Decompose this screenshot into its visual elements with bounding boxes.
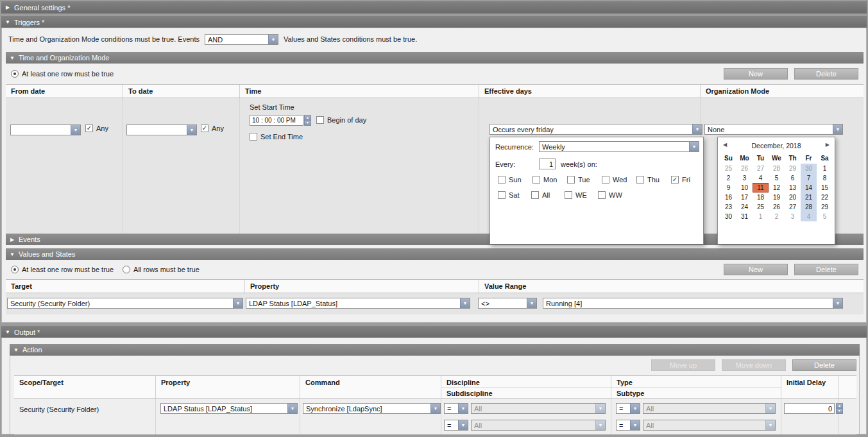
chevron-down-icon[interactable]: ▼ [10,347,22,353]
chevron-down-icon[interactable]: ▼ [765,420,775,430]
calendar-day[interactable]: 16 [720,193,736,202]
subsection-header-values-states[interactable]: ▼ Values and States [6,248,864,260]
calendar-day[interactable]: 7 [801,173,817,183]
checkbox-icon[interactable] [565,191,572,199]
action-command-dropdown[interactable]: Synchronize [LdapSync] ▼ [303,403,441,414]
calendar-day[interactable]: 30 [720,212,736,221]
chevron-down-icon[interactable]: ▼ [1,329,14,335]
checkbox-icon[interactable] [636,176,644,184]
radio-icon[interactable] [123,266,130,273]
spinner-up-icon[interactable]: ▲ [305,116,311,120]
subdiscipline-dropdown[interactable]: All ▼ [471,420,606,431]
subtype-dropdown[interactable]: All ▼ [643,420,776,431]
recurrence-day-tue-checkbox[interactable]: Tue [567,176,602,184]
vs-rule-all-radio[interactable]: All rows must be true [123,266,200,273]
time-org-rule-radio[interactable]: At least one row must be true [11,70,114,78]
chevron-down-icon[interactable]: ▼ [287,404,297,413]
recurrence-day-sat-checkbox[interactable]: Sat [498,191,531,199]
move-up-button[interactable]: Move up [651,359,715,371]
chevron-down-icon[interactable]: ▼ [595,420,605,430]
time-org-new-button[interactable]: New [724,68,788,80]
discipline-dropdown[interactable]: All ▼ [471,403,606,414]
checkbox-icon[interactable] [532,176,540,184]
chevron-down-icon[interactable]: ▼ [1,19,14,25]
time-org-delete-button[interactable]: Delete [794,68,858,80]
to-date-dropdown[interactable]: ▼ [126,124,197,135]
recurrence-day-fri-checkbox[interactable]: Fri [671,176,706,184]
start-time-input[interactable]: 10 : 00 : 00 PM [250,115,303,126]
calendar-day[interactable]: 26 [769,202,785,212]
discipline-operator-dropdown[interactable]: = ▼ [444,403,468,414]
calendar-day[interactable]: 1 [817,164,833,173]
chevron-down-icon[interactable]: ▼ [458,404,468,413]
vs-target-dropdown[interactable]: Security (Security Folder) ▼ [7,298,243,309]
calendar-day[interactable]: 14 [801,183,817,193]
calendar-day[interactable]: 10 [736,183,753,193]
calendar-day[interactable]: 17 [736,193,753,202]
calendar-day[interactable]: 2 [769,212,785,221]
checkbox-icon[interactable] [85,124,93,132]
chevron-down-icon[interactable]: ▼ [6,252,19,257]
chevron-down-icon[interactable]: ▼ [268,35,278,44]
chevron-down-icon[interactable]: ▼ [233,298,243,308]
calendar-day[interactable]: 12 [769,183,785,193]
from-any-checkbox[interactable]: Any [85,124,108,132]
vs-value-dropdown[interactable]: Running [4] ▼ [543,298,843,309]
chevron-down-icon[interactable]: ▼ [430,404,440,413]
subdiscipline-operator-dropdown[interactable]: = ▼ [444,420,468,431]
checkbox-icon[interactable] [316,116,324,124]
action-delete-button[interactable]: Delete [792,359,856,371]
checkbox-icon[interactable] [201,124,208,132]
calendar-day[interactable]: 3 [736,173,753,183]
calendar-day[interactable]: 22 [817,193,833,202]
chevron-down-icon[interactable]: ▼ [595,404,605,413]
subsection-header-time-org[interactable]: ▼ Time and Organization Mode [6,52,864,64]
chevron-down-icon[interactable]: ▼ [833,124,842,134]
events-operator-dropdown[interactable]: AND ▼ [205,34,278,45]
calendar-day[interactable]: 1 [753,212,769,221]
checkbox-icon[interactable] [598,191,606,199]
chevron-down-icon[interactable]: ▼ [460,298,470,308]
recurrence-day-thu-checkbox[interactable]: Thu [636,176,671,184]
recurrence-day-wed-checkbox[interactable]: Wed [602,176,636,184]
calendar-day[interactable]: 30 [801,164,817,173]
initial-delay-spinner[interactable]: ▲ ▼ [836,403,843,414]
calendar-day[interactable]: 20 [785,193,801,202]
checkbox-icon[interactable] [602,176,609,184]
chevron-down-icon[interactable]: ▼ [71,125,80,135]
vs-new-button[interactable]: New [724,264,788,275]
calendar-day[interactable]: 5 [817,212,833,221]
recurrence-day-mon-checkbox[interactable]: Mon [532,176,567,184]
spinner-up-icon[interactable]: ▲ [837,404,842,408]
recurrence-day-we-checkbox[interactable]: WE [565,191,598,199]
calendar-day[interactable]: 2 [720,173,736,183]
calendar-day[interactable]: 5 [769,173,785,183]
move-down-button[interactable]: Move down [722,359,786,371]
checkbox-icon[interactable] [498,191,506,199]
spinner-down-icon[interactable]: ▼ [837,408,842,413]
calendar-day[interactable]: 4 [753,173,769,183]
calendar-day[interactable]: 3 [785,212,801,221]
section-header-output[interactable]: ▼ Output * [1,326,867,338]
calendar-day[interactable]: 13 [785,183,801,193]
calendar-day[interactable]: 27 [753,164,769,173]
calendar-day[interactable]: 9 [720,183,736,193]
chevron-down-icon[interactable]: ▼ [833,298,842,308]
calendar-day[interactable]: 11 [753,183,769,193]
vs-rule-one-radio[interactable]: At least one row must be true [11,266,114,273]
to-any-checkbox[interactable]: Any [201,124,224,132]
calendar-day[interactable]: 15 [817,183,833,193]
organization-mode-dropdown[interactable]: None ▼ [704,124,843,135]
calendar-day[interactable]: 8 [817,173,833,183]
calendar-day[interactable]: 28 [801,202,817,212]
set-end-time-checkbox[interactable]: Set End Time [250,133,303,141]
checkbox-icon[interactable] [498,176,506,184]
calendar-next-icon[interactable]: ▶ [826,142,830,148]
subtype-operator-dropdown[interactable]: = ▼ [616,420,640,431]
calendar-day[interactable]: 21 [801,193,817,202]
vs-operator-dropdown[interactable]: <> ▼ [478,298,537,309]
calendar-day[interactable]: 25 [720,164,736,173]
calendar-day[interactable]: 31 [736,212,753,221]
chevron-down-icon[interactable]: ▼ [692,124,702,134]
calendar-day[interactable]: 23 [720,202,736,212]
